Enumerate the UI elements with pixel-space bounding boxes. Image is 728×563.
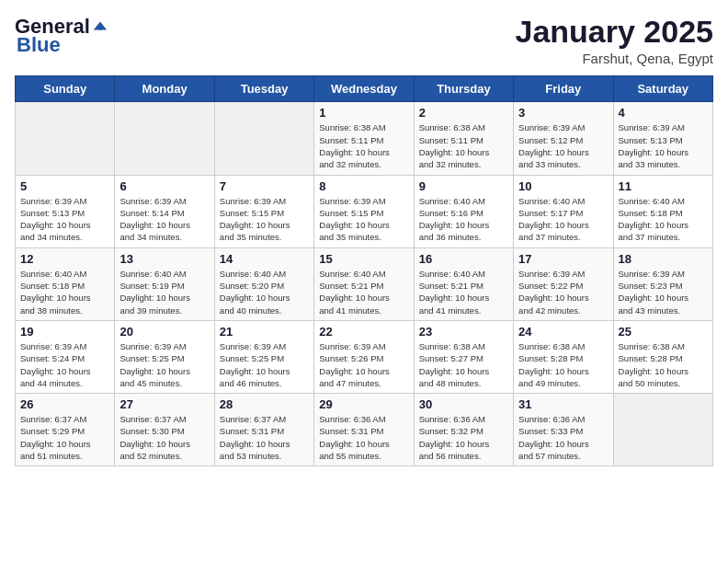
table-row xyxy=(16,102,115,175)
day-info: Sunrise: 6:39 AM Sunset: 5:22 PM Dayligh… xyxy=(518,268,608,316)
day-info: Sunrise: 6:39 AM Sunset: 5:25 PM Dayligh… xyxy=(220,340,309,389)
day-number: 27 xyxy=(119,397,209,411)
day-info: Sunrise: 6:37 AM Sunset: 5:29 PM Dayligh… xyxy=(20,413,109,462)
page-header: General Blue January 2025 Farshut, Qena,… xyxy=(15,15,713,66)
day-number: 24 xyxy=(518,325,608,339)
logo: General Blue xyxy=(15,15,108,57)
table-row: 28Sunrise: 6:37 AM Sunset: 5:31 PM Dayli… xyxy=(214,394,313,466)
table-row: 22Sunrise: 6:39 AM Sunset: 5:26 PM Dayli… xyxy=(314,320,414,393)
day-number: 1 xyxy=(319,106,408,120)
day-number: 16 xyxy=(419,252,508,266)
day-info: Sunrise: 6:40 AM Sunset: 5:16 PM Dayligh… xyxy=(419,195,508,244)
table-row: 25Sunrise: 6:38 AM Sunset: 5:28 PM Dayli… xyxy=(613,320,712,393)
day-info: Sunrise: 6:38 AM Sunset: 5:27 PM Dayligh… xyxy=(419,340,508,389)
day-info: Sunrise: 6:40 AM Sunset: 5:20 PM Dayligh… xyxy=(220,268,309,316)
col-friday: Friday xyxy=(514,76,613,102)
col-monday: Monday xyxy=(115,76,214,102)
title-block: January 2025 Farshut, Qena, Egypt xyxy=(516,15,714,66)
day-number: 18 xyxy=(619,252,708,266)
day-info: Sunrise: 6:39 AM Sunset: 5:23 PM Dayligh… xyxy=(619,268,708,316)
col-wednesday: Wednesday xyxy=(314,76,414,102)
calendar-week-row: 5Sunrise: 6:39 AM Sunset: 5:13 PM Daylig… xyxy=(16,175,713,247)
table-row: 30Sunrise: 6:36 AM Sunset: 5:32 PM Dayli… xyxy=(414,394,513,466)
table-row: 14Sunrise: 6:40 AM Sunset: 5:20 PM Dayli… xyxy=(214,247,313,320)
day-number: 2 xyxy=(419,106,508,120)
day-number: 20 xyxy=(119,325,209,339)
calendar-header-row: Sunday Monday Tuesday Wednesday Thursday… xyxy=(16,76,713,102)
table-row xyxy=(613,394,712,466)
day-info: Sunrise: 6:37 AM Sunset: 5:31 PM Dayligh… xyxy=(220,413,309,462)
day-number: 12 xyxy=(20,252,109,266)
logo-icon xyxy=(92,18,108,35)
day-number: 6 xyxy=(119,179,209,193)
table-row: 18Sunrise: 6:39 AM Sunset: 5:23 PM Dayli… xyxy=(613,247,712,320)
day-info: Sunrise: 6:39 AM Sunset: 5:13 PM Dayligh… xyxy=(20,195,109,244)
day-info: Sunrise: 6:40 AM Sunset: 5:18 PM Dayligh… xyxy=(20,268,109,316)
day-number: 9 xyxy=(419,179,508,193)
table-row: 6Sunrise: 6:39 AM Sunset: 5:14 PM Daylig… xyxy=(115,175,214,247)
day-number: 11 xyxy=(619,179,708,193)
day-info: Sunrise: 6:39 AM Sunset: 5:15 PM Dayligh… xyxy=(319,195,408,244)
table-row: 1Sunrise: 6:38 AM Sunset: 5:11 PM Daylig… xyxy=(314,102,414,175)
table-row: 15Sunrise: 6:40 AM Sunset: 5:21 PM Dayli… xyxy=(314,247,414,320)
svg-rect-1 xyxy=(98,27,102,30)
day-info: Sunrise: 6:36 AM Sunset: 5:31 PM Dayligh… xyxy=(319,413,408,462)
table-row: 20Sunrise: 6:39 AM Sunset: 5:25 PM Dayli… xyxy=(115,320,214,393)
day-number: 5 xyxy=(20,179,109,193)
table-row: 23Sunrise: 6:38 AM Sunset: 5:27 PM Dayli… xyxy=(414,320,513,393)
day-number: 25 xyxy=(619,325,708,339)
day-number: 17 xyxy=(518,252,608,266)
day-number: 19 xyxy=(20,325,109,339)
day-info: Sunrise: 6:39 AM Sunset: 5:15 PM Dayligh… xyxy=(220,195,309,244)
day-number: 15 xyxy=(319,252,408,266)
table-row: 8Sunrise: 6:39 AM Sunset: 5:15 PM Daylig… xyxy=(314,175,414,247)
col-sunday: Sunday xyxy=(16,76,115,102)
day-number: 4 xyxy=(619,106,708,120)
col-saturday: Saturday xyxy=(613,76,712,102)
location: Farshut, Qena, Egypt xyxy=(516,51,714,66)
day-info: Sunrise: 6:39 AM Sunset: 5:25 PM Dayligh… xyxy=(119,340,209,389)
day-info: Sunrise: 6:37 AM Sunset: 5:30 PM Dayligh… xyxy=(119,413,209,462)
calendar-week-row: 19Sunrise: 6:39 AM Sunset: 5:24 PM Dayli… xyxy=(16,320,713,393)
col-tuesday: Tuesday xyxy=(214,76,313,102)
table-row: 2Sunrise: 6:38 AM Sunset: 5:11 PM Daylig… xyxy=(414,102,513,175)
col-thursday: Thursday xyxy=(414,76,513,102)
table-row: 9Sunrise: 6:40 AM Sunset: 5:16 PM Daylig… xyxy=(414,175,513,247)
table-row: 24Sunrise: 6:38 AM Sunset: 5:28 PM Dayli… xyxy=(514,320,613,393)
day-info: Sunrise: 6:39 AM Sunset: 5:24 PM Dayligh… xyxy=(20,340,109,389)
day-info: Sunrise: 6:36 AM Sunset: 5:32 PM Dayligh… xyxy=(419,413,508,462)
day-info: Sunrise: 6:40 AM Sunset: 5:19 PM Dayligh… xyxy=(119,268,209,316)
day-number: 10 xyxy=(518,179,608,193)
month-title: January 2025 xyxy=(516,15,714,49)
day-number: 30 xyxy=(419,397,508,411)
day-number: 8 xyxy=(319,179,408,193)
day-number: 14 xyxy=(220,252,309,266)
day-number: 21 xyxy=(220,325,309,339)
day-number: 22 xyxy=(319,325,408,339)
calendar-week-row: 12Sunrise: 6:40 AM Sunset: 5:18 PM Dayli… xyxy=(16,247,713,320)
table-row xyxy=(115,102,214,175)
table-row: 12Sunrise: 6:40 AM Sunset: 5:18 PM Dayli… xyxy=(16,247,115,320)
table-row xyxy=(214,102,313,175)
day-info: Sunrise: 6:40 AM Sunset: 5:17 PM Dayligh… xyxy=(518,195,608,244)
day-info: Sunrise: 6:39 AM Sunset: 5:26 PM Dayligh… xyxy=(319,340,408,389)
day-info: Sunrise: 6:39 AM Sunset: 5:12 PM Dayligh… xyxy=(518,121,608,170)
table-row: 10Sunrise: 6:40 AM Sunset: 5:17 PM Dayli… xyxy=(514,175,613,247)
table-row: 29Sunrise: 6:36 AM Sunset: 5:31 PM Dayli… xyxy=(314,394,414,466)
calendar-week-row: 1Sunrise: 6:38 AM Sunset: 5:11 PM Daylig… xyxy=(16,102,713,175)
calendar-table: Sunday Monday Tuesday Wednesday Thursday… xyxy=(15,75,713,466)
day-number: 13 xyxy=(119,252,209,266)
day-info: Sunrise: 6:38 AM Sunset: 5:11 PM Dayligh… xyxy=(319,121,408,170)
day-info: Sunrise: 6:40 AM Sunset: 5:21 PM Dayligh… xyxy=(419,268,508,316)
day-info: Sunrise: 6:40 AM Sunset: 5:18 PM Dayligh… xyxy=(619,195,708,244)
logo-blue-text: Blue xyxy=(17,33,61,57)
day-info: Sunrise: 6:38 AM Sunset: 5:28 PM Dayligh… xyxy=(518,340,608,389)
table-row: 7Sunrise: 6:39 AM Sunset: 5:15 PM Daylig… xyxy=(214,175,313,247)
table-row: 19Sunrise: 6:39 AM Sunset: 5:24 PM Dayli… xyxy=(16,320,115,393)
table-row: 26Sunrise: 6:37 AM Sunset: 5:29 PM Dayli… xyxy=(16,394,115,466)
day-number: 26 xyxy=(20,397,109,411)
calendar-week-row: 26Sunrise: 6:37 AM Sunset: 5:29 PM Dayli… xyxy=(16,394,713,466)
day-number: 29 xyxy=(319,397,408,411)
day-number: 23 xyxy=(419,325,508,339)
day-info: Sunrise: 6:39 AM Sunset: 5:13 PM Dayligh… xyxy=(619,121,708,170)
